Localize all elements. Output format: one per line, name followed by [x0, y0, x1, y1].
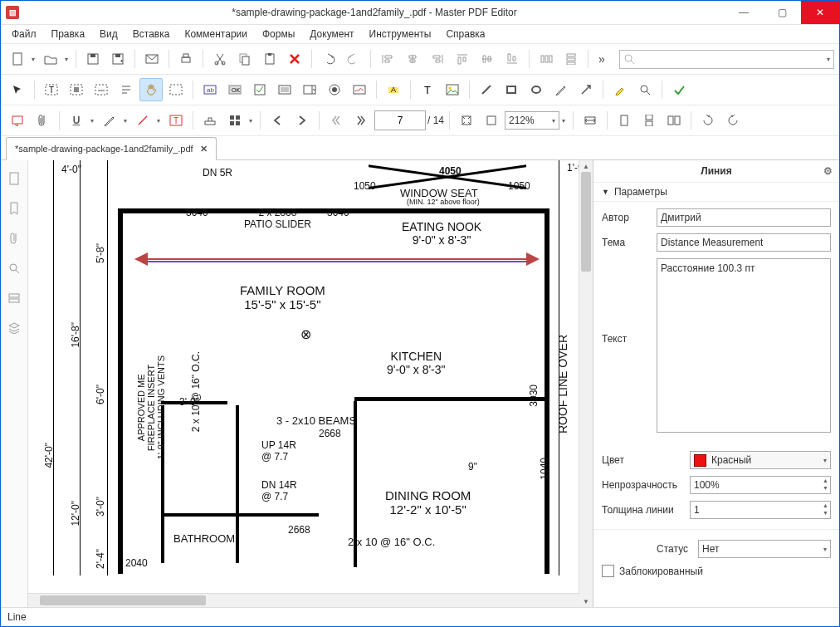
- toolbar-overflow[interactable]: »: [593, 52, 611, 66]
- nav-bookmarks[interactable]: [2, 195, 27, 222]
- menu-forms[interactable]: Формы: [256, 27, 300, 42]
- search-box[interactable]: ▾: [619, 50, 834, 69]
- tile-dropdown[interactable]: ▾: [247, 117, 255, 125]
- menu-help[interactable]: Справка: [440, 27, 491, 42]
- maximize-button[interactable]: ▢: [763, 1, 801, 24]
- redo-button[interactable]: [342, 47, 365, 71]
- print-button[interactable]: [174, 47, 198, 71]
- form-signature[interactable]: [348, 78, 371, 101]
- form-button[interactable]: OK: [223, 78, 247, 101]
- zoom-combo[interactable]: 212%▾: [505, 111, 559, 130]
- scroll-thumb-v[interactable]: [581, 172, 591, 272]
- align-right-button[interactable]: [426, 47, 449, 71]
- next-page-button[interactable]: [291, 109, 314, 132]
- copy-button[interactable]: [233, 47, 256, 71]
- email-button[interactable]: [140, 47, 164, 71]
- align-top-button[interactable]: [451, 47, 474, 71]
- zoom-tool[interactable]: [633, 78, 657, 101]
- form-checkbox[interactable]: [248, 78, 271, 101]
- rotate-ccw-button[interactable]: [696, 109, 720, 132]
- edit-form-tool[interactable]: [90, 78, 113, 101]
- open-file-dropdown[interactable]: ▾: [62, 56, 71, 63]
- open-file-button[interactable]: [39, 47, 62, 71]
- scroll-down-icon[interactable]: ▼: [579, 595, 593, 607]
- actual-size-button[interactable]: [455, 109, 478, 132]
- fit-width-button[interactable]: [579, 109, 602, 132]
- color-combo[interactable]: Красный ▾: [690, 451, 831, 469]
- last-page-button[interactable]: [349, 109, 373, 132]
- linewidth-spin[interactable]: 1 ▲▼: [690, 501, 831, 519]
- text-box-tool[interactable]: T: [164, 109, 188, 132]
- sticky-note-tool[interactable]: [6, 109, 29, 132]
- form-radio[interactable]: [323, 78, 346, 101]
- distribute-v-button[interactable]: [559, 47, 583, 71]
- author-input[interactable]: Дмитрий: [657, 208, 831, 227]
- menu-view[interactable]: Вид: [94, 27, 124, 42]
- nav-fields[interactable]: [2, 285, 27, 311]
- status-combo[interactable]: Нет ▾: [698, 540, 831, 558]
- subject-input[interactable]: Distance Measurement: [657, 233, 831, 252]
- scroll-thumb-h[interactable]: [40, 595, 206, 605]
- nav-layers[interactable]: [2, 315, 27, 341]
- menu-comments[interactable]: Комментарии: [178, 27, 253, 42]
- select-tool[interactable]: [6, 78, 29, 101]
- tile-tool[interactable]: [223, 109, 247, 132]
- align-left-button[interactable]: [376, 47, 399, 71]
- document-tab[interactable]: *sample-drawing-package-1and2family_.pdf…: [6, 137, 217, 160]
- validate-tool[interactable]: [667, 78, 691, 101]
- pencil-tool[interactable]: [98, 109, 121, 132]
- attach-file-tool[interactable]: [31, 109, 54, 132]
- edit-object-tool[interactable]: [65, 78, 88, 101]
- line-annot-dropdown[interactable]: ▾: [154, 117, 163, 125]
- align-bottom-button[interactable]: [501, 47, 524, 71]
- delete-button[interactable]: [283, 47, 306, 71]
- minimize-button[interactable]: —: [725, 1, 763, 24]
- opacity-spin[interactable]: 100% ▲▼: [690, 476, 831, 494]
- facing-button[interactable]: [662, 109, 686, 132]
- props-settings-icon[interactable]: ⚙: [823, 165, 833, 177]
- form-text-field[interactable]: ab: [198, 78, 222, 101]
- nav-search[interactable]: [2, 255, 27, 282]
- paste-button[interactable]: [258, 47, 281, 71]
- edit-text-tool[interactable]: T: [40, 78, 63, 101]
- document-viewport[interactable]: 4'-0" DN 5R 4050 1'-9" 1050 1050 WINDOW …: [28, 160, 593, 607]
- scroll-up-icon[interactable]: ▲: [579, 160, 593, 172]
- first-page-button[interactable]: [325, 109, 348, 132]
- new-file-button[interactable]: [6, 47, 29, 71]
- menu-insert[interactable]: Вставка: [127, 27, 176, 42]
- save-button[interactable]: [81, 47, 105, 71]
- align-center-v-button[interactable]: [476, 47, 499, 71]
- menu-file[interactable]: Файл: [6, 27, 42, 42]
- nav-attachments[interactable]: [2, 225, 27, 252]
- rect-shape-tool[interactable]: [500, 78, 523, 101]
- vertical-scrollbar[interactable]: ▲ ▼: [579, 160, 593, 607]
- undo-button[interactable]: [317, 47, 340, 71]
- snapshot-tool[interactable]: [164, 78, 188, 101]
- stamp-tool[interactable]: [198, 109, 222, 132]
- nav-thumbnails[interactable]: [2, 165, 27, 192]
- hand-tool[interactable]: [139, 78, 163, 101]
- zoom-dropdown[interactable]: ▾: [559, 117, 568, 125]
- props-section-header[interactable]: ▼ Параметры: [593, 183, 839, 202]
- arrow-shape-tool[interactable]: [574, 78, 598, 101]
- highlight-tool[interactable]: [608, 78, 632, 101]
- rotate-cw-button[interactable]: [721, 109, 745, 132]
- distribute-h-button[interactable]: [535, 47, 558, 71]
- select-text-tool[interactable]: [115, 78, 138, 101]
- line-annot-tool[interactable]: [131, 109, 154, 132]
- continuous-button[interactable]: [637, 109, 661, 132]
- form-list[interactable]: [273, 78, 296, 101]
- menu-edit[interactable]: Правка: [46, 27, 91, 42]
- align-center-h-button[interactable]: [401, 47, 424, 71]
- underline-dropdown[interactable]: ▾: [88, 117, 96, 125]
- insert-image-tool[interactable]: [441, 78, 464, 101]
- locked-checkbox[interactable]: Заблокированный: [602, 565, 831, 577]
- highlight-text-tool[interactable]: A: [382, 78, 405, 101]
- cut-button[interactable]: [208, 47, 232, 71]
- text-input[interactable]: Расстояние 100.3 пт: [657, 258, 831, 433]
- fit-page-button[interactable]: [480, 109, 503, 132]
- new-file-dropdown[interactable]: ▾: [29, 56, 37, 63]
- line-shape-tool[interactable]: [475, 78, 498, 101]
- tab-close-icon[interactable]: ✕: [200, 144, 208, 154]
- pencil-shape-tool[interactable]: [549, 78, 573, 101]
